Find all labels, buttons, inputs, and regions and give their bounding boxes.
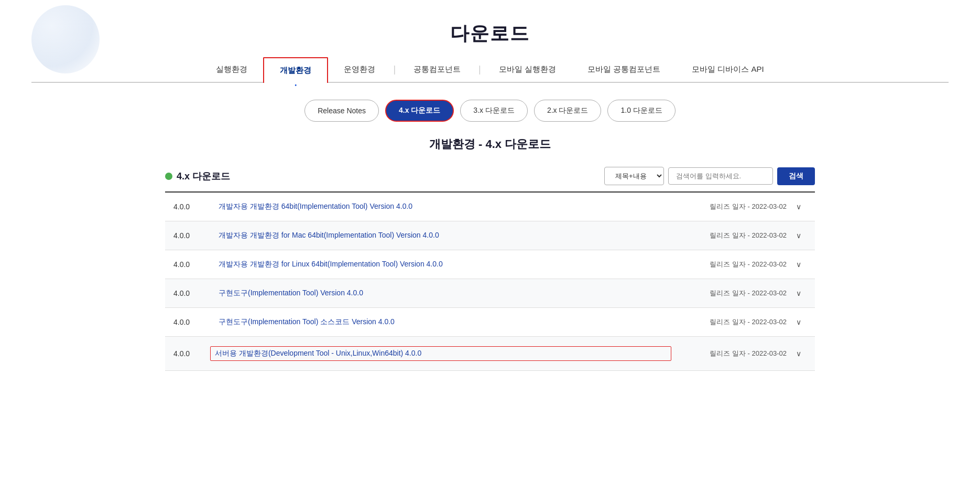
row-version: 4.0.0 bbox=[173, 318, 210, 326]
row-version: 4.0.0 bbox=[173, 260, 210, 269]
row-name-highlighted: 서버용 개발환경(Development Tool - Unix,Linux,W… bbox=[210, 346, 671, 361]
row-date: 릴리즈 일자 - 2022-03-02 bbox=[671, 260, 787, 269]
tab-1x-download[interactable]: 1.0 다운로드 bbox=[607, 100, 675, 122]
row-name: 구현도구(Implementation Tool) Version 4.0.0 bbox=[210, 289, 671, 298]
search-controls: 제목+내용 검색 bbox=[604, 167, 815, 185]
nav-divider-1: | bbox=[391, 64, 398, 75]
chevron-down-icon[interactable]: ∨ bbox=[791, 289, 807, 297]
search-button[interactable]: 검색 bbox=[777, 167, 815, 185]
sidebar-item-mobile-api[interactable]: 모바일 디바이스 API bbox=[676, 57, 780, 82]
row-version: 4.0.0 bbox=[173, 202, 210, 211]
content-area: 4.x 다운로드 제목+내용 검색 4.0.0 개발자용 개발환경 64bit(… bbox=[123, 167, 857, 371]
list-title: 4.x 다운로드 bbox=[177, 170, 230, 183]
row-version: 4.0.0 bbox=[173, 349, 210, 358]
section-title: 개발환경 - 4.x 다운로드 bbox=[0, 136, 980, 152]
row-name: 개발자용 개발환경 for Mac 64bit(Implementation T… bbox=[210, 231, 671, 240]
page-title: 다운로드 bbox=[0, 21, 980, 47]
chevron-down-icon[interactable]: ∨ bbox=[791, 202, 807, 211]
table-row[interactable]: 4.0.0 구현도구(Implementation Tool) 소스코드 Ver… bbox=[165, 308, 815, 337]
row-date: 릴리즈 일자 - 2022-03-02 bbox=[671, 349, 787, 358]
chevron-down-icon[interactable]: ∨ bbox=[791, 260, 807, 269]
green-dot-icon bbox=[165, 173, 172, 180]
nav-divider-2: | bbox=[476, 64, 483, 75]
tab-2x-download[interactable]: 2.x 다운로드 bbox=[534, 100, 602, 122]
sidebar-item-common[interactable]: 공통컴포넌트 bbox=[398, 57, 476, 82]
table-row[interactable]: 4.0.0 개발자용 개발환경 for Mac 64bit(Implementa… bbox=[165, 221, 815, 250]
sidebar-item-devenv[interactable]: 개발환경 bbox=[263, 57, 328, 83]
table-row[interactable]: 4.0.0 서버용 개발환경(Development Tool - Unix,L… bbox=[165, 337, 815, 371]
list-title-group: 4.x 다운로드 bbox=[165, 170, 230, 183]
list-header: 4.x 다운로드 제목+내용 검색 bbox=[165, 167, 815, 185]
row-date: 릴리즈 일자 - 2022-03-02 bbox=[671, 202, 787, 211]
main-nav: 실행환경 개발환경 운영환경 | 공통컴포넌트 | 모바일 실행환경 모바일 공… bbox=[31, 57, 949, 83]
sidebar-item-runtime[interactable]: 실행환경 bbox=[200, 57, 263, 82]
sidebar-item-openv[interactable]: 운영환경 bbox=[328, 57, 391, 82]
row-date: 릴리즈 일자 - 2022-03-02 bbox=[671, 317, 787, 327]
chevron-down-icon[interactable]: ∨ bbox=[791, 349, 807, 358]
table-row[interactable]: 4.0.0 구현도구(Implementation Tool) Version … bbox=[165, 279, 815, 308]
chevron-down-icon[interactable]: ∨ bbox=[791, 318, 807, 326]
row-name: 개발자용 개발환경 64bit(Implementation Tool) Ver… bbox=[210, 202, 671, 211]
sidebar-item-mobile-runtime[interactable]: 모바일 실행환경 bbox=[483, 57, 572, 82]
tab-release-notes[interactable]: Release Notes bbox=[304, 100, 379, 122]
search-category-select[interactable]: 제목+내용 bbox=[604, 167, 664, 185]
sub-tabs: Release Notes 4.x 다운로드 3.x 다운로드 2.x 다운로드… bbox=[0, 100, 980, 122]
tab-3x-download[interactable]: 3.x 다운로드 bbox=[460, 100, 528, 122]
row-date: 릴리즈 일자 - 2022-03-02 bbox=[671, 231, 787, 240]
download-table: 4.0.0 개발자용 개발환경 64bit(Implementation Too… bbox=[165, 191, 815, 371]
table-row[interactable]: 4.0.0 개발자용 개발환경 64bit(Implementation Too… bbox=[165, 193, 815, 221]
row-version: 4.0.0 bbox=[173, 289, 210, 297]
tab-4x-download[interactable]: 4.x 다운로드 bbox=[385, 100, 454, 122]
row-date: 릴리즈 일자 - 2022-03-02 bbox=[671, 289, 787, 298]
chevron-down-icon[interactable]: ∨ bbox=[791, 231, 807, 240]
row-version: 4.0.0 bbox=[173, 231, 210, 240]
row-name: 개발자용 개발환경 for Linux 64bit(Implementation… bbox=[210, 260, 671, 269]
page-header: 다운로드 bbox=[0, 0, 980, 57]
search-input[interactable] bbox=[668, 167, 773, 185]
row-name: 구현도구(Implementation Tool) 소스코드 Version 4… bbox=[210, 317, 671, 327]
sidebar-item-mobile-common[interactable]: 모바일 공통컴포넌트 bbox=[572, 57, 676, 82]
table-row[interactable]: 4.0.0 개발자용 개발환경 for Linux 64bit(Implemen… bbox=[165, 250, 815, 279]
